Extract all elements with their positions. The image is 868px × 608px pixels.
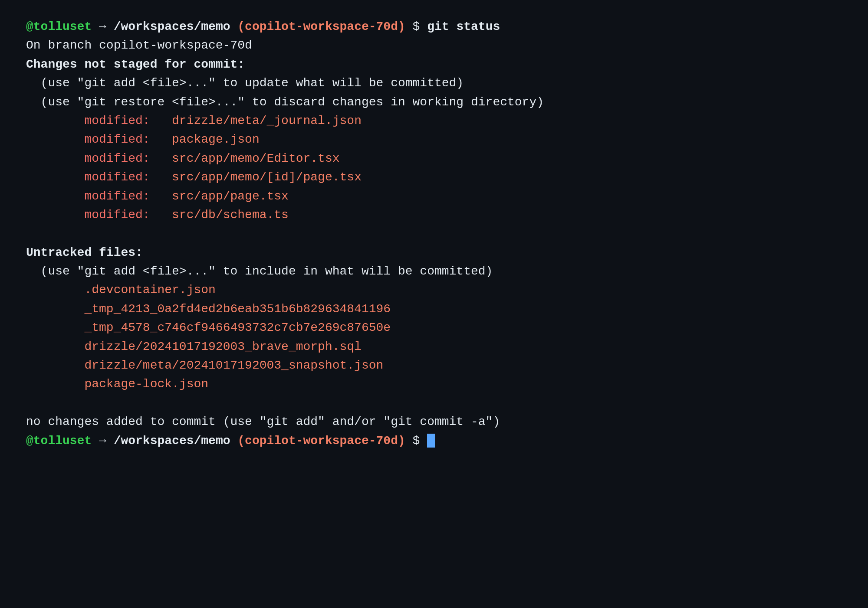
modified-line-4: modified: src/app/memo/[id]/page.tsx <box>26 168 842 186</box>
prompt-path-2: /workspaces/memo <box>114 434 230 448</box>
modified-label-4: modified: <box>84 170 172 184</box>
prompt-line-2: @tolluset → /workspaces/memo (copilot-wo… <box>26 431 842 450</box>
modified-file-3: src/app/memo/Editor.tsx <box>172 152 339 165</box>
untracked-line-6: package-lock.json <box>26 375 842 393</box>
prompt-branch-open-1: ( <box>230 20 245 33</box>
modified-line-3: modified: src/app/memo/Editor.tsx <box>26 149 842 168</box>
untracked-file-3: _tmp_4578_c746cf9466493732c7cb7e269c8765… <box>84 321 391 334</box>
modified-label-2: modified: <box>84 133 172 146</box>
modified-label-6: modified: <box>84 208 172 222</box>
hint-line-1: (use "git add <file>..." to update what … <box>26 74 842 92</box>
prompt-branch-1: copilot-workspace-70d <box>245 20 398 33</box>
prompt-cmd-1: git status <box>427 20 500 33</box>
untracked-file-2: _tmp_4213_0a2fd4ed2b6eab351b6b8296348411… <box>84 302 391 316</box>
empty-line-2 <box>26 394 842 412</box>
terminal-output: @tolluset → /workspaces/memo (copilot-wo… <box>26 17 842 450</box>
prompt-arrow-1: → <box>92 20 113 33</box>
prompt-path-1: /workspaces/memo <box>114 20 230 33</box>
modified-line-2: modified: package.json <box>26 130 842 149</box>
hint-line-2: (use "git restore <file>..." to discard … <box>26 93 842 111</box>
prompt-user-1: @tolluset <box>26 20 92 33</box>
untracked-header: Untracked files: <box>26 243 842 262</box>
branch-line: On branch copilot-workspace-70d <box>26 36 842 55</box>
untracked-file-4: drizzle/20241017192003_brave_morph.sql <box>84 340 362 353</box>
modified-file-2: package.json <box>172 133 260 146</box>
modified-file-6: src/db/schema.ts <box>172 208 289 222</box>
prompt-branch-open-2: ( <box>230 434 245 448</box>
untracked-line-3: _tmp_4578_c746cf9466493732c7cb7e269c8765… <box>26 318 842 337</box>
modified-line-5: modified: src/app/page.tsx <box>26 187 842 206</box>
modified-file-1: drizzle/meta/_journal.json <box>172 114 362 127</box>
no-changes-line: no changes added to commit (use "git add… <box>26 412 842 431</box>
modified-label-3: modified: <box>84 152 172 165</box>
untracked-file-1: .devcontainer.json <box>84 283 215 297</box>
prompt-branch-close-2: ) <box>398 434 405 448</box>
modified-file-5: src/app/page.tsx <box>172 190 289 203</box>
untracked-line-5: drizzle/meta/20241017192003_snapshot.jso… <box>26 356 842 375</box>
modified-line-1: modified: drizzle/meta/_journal.json <box>26 111 842 130</box>
modified-label-5: modified: <box>84 190 172 203</box>
prompt-line-1: @tolluset → /workspaces/memo (copilot-wo… <box>26 17 842 36</box>
untracked-file-6: package-lock.json <box>84 377 208 391</box>
modified-label-1: modified: <box>84 114 172 127</box>
terminal-cursor <box>427 434 435 448</box>
prompt-dollar-1: $ <box>405 20 427 33</box>
untracked-hint: (use "git add <file>..." to include in w… <box>26 262 842 281</box>
prompt-branch-2: copilot-workspace-70d <box>245 434 398 448</box>
empty-line-1 <box>26 224 842 243</box>
prompt-arrow-2: → <box>92 434 113 448</box>
changes-header: Changes not staged for commit: <box>26 55 842 74</box>
prompt-branch-close-1: ) <box>398 20 405 33</box>
modified-line-6: modified: src/db/schema.ts <box>26 206 842 224</box>
untracked-line-4: drizzle/20241017192003_brave_morph.sql <box>26 337 842 356</box>
modified-file-4: src/app/memo/[id]/page.tsx <box>172 170 362 184</box>
untracked-file-5: drizzle/meta/20241017192003_snapshot.jso… <box>84 359 383 372</box>
prompt-dollar-2: $ <box>405 434 427 448</box>
untracked-line-2: _tmp_4213_0a2fd4ed2b6eab351b6b8296348411… <box>26 300 842 318</box>
prompt-user-2: @tolluset <box>26 434 92 448</box>
untracked-line-1: .devcontainer.json <box>26 281 842 299</box>
